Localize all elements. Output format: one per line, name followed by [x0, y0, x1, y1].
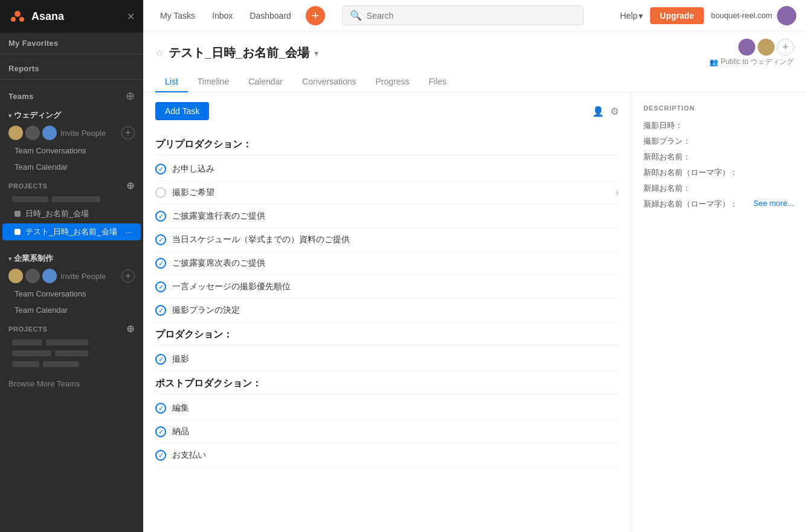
tab-files[interactable]: Files [419, 72, 457, 92]
ph-1 [12, 196, 48, 202]
project-members-area: + 👥 Public to ウェディング [709, 39, 794, 67]
user-avatar [777, 6, 796, 25]
tab-list[interactable]: List [155, 72, 188, 92]
project-dot-test [15, 229, 21, 235]
desc-label-2: 新郎お名前： [643, 152, 692, 162]
team-wedding[interactable]: ▾ ウェディング [0, 105, 143, 123]
user-menu[interactable]: bouquet-reel.com [711, 6, 796, 25]
see-more-link[interactable]: See more... [741, 199, 794, 210]
avatar-1 [8, 126, 23, 140]
tab-conversations[interactable]: Conversations [292, 72, 366, 92]
task-bar-icons: 👤 ⚙ [592, 106, 619, 117]
project-tabs: List Timeline Calendar Conversations Pro… [143, 72, 806, 92]
help-button[interactable]: Help ▾ [620, 11, 643, 21]
task-text-6: 一言メッセージの撮影優先順位 [172, 281, 619, 292]
task-row-1[interactable]: ✓ お申し込み [155, 158, 619, 181]
add-project-icon-2[interactable]: ⊕ [126, 323, 135, 335]
task-row-11[interactable]: ✓ お支払い [155, 444, 619, 467]
create-task-button[interactable]: + [306, 6, 325, 25]
task-check-10[interactable]: ✓ [155, 426, 166, 437]
team-conversations-1[interactable]: Team Conversations [0, 143, 143, 159]
asana-logo[interactable]: Asana [8, 7, 64, 25]
team-add-member-1[interactable]: + [121, 126, 135, 139]
upgrade-button[interactable]: Upgrade [650, 7, 704, 24]
add-project-icon-1[interactable]: ⊕ [126, 180, 135, 191]
desc-field-2: 新郎お名前： [643, 152, 794, 162]
search-input[interactable] [367, 11, 576, 21]
nav-my-tasks[interactable]: My Tasks [153, 7, 202, 24]
team-corporate-avatars: Invite People + [0, 266, 143, 286]
task-check-5[interactable]: ✓ [155, 258, 166, 269]
desc-label-0: 撮影日時： [643, 120, 692, 131]
avatar-2 [25, 126, 40, 140]
invite-people-1[interactable]: Invite People [60, 129, 106, 138]
project-item-venue[interactable]: 日時_お名前_会場 [2, 205, 141, 222]
add-team-icon[interactable]: ⊕ [126, 89, 135, 103]
browse-more-teams[interactable]: Browse More Teams [0, 370, 143, 398]
task-row-6[interactable]: ✓ 一言メッセージの撮影優先順位 [155, 275, 619, 299]
task-row-10[interactable]: ✓ 納品 [155, 420, 619, 444]
task-text-11: お支払い [172, 450, 619, 461]
section-production: プロダクション： [155, 322, 619, 345]
task-check-2[interactable] [155, 187, 166, 198]
corp-project-2[interactable] [0, 348, 143, 359]
project-header: ☆ テスト_日時_お名前_会場 ▾ + 👥 Public to ウェディング [143, 31, 806, 67]
corp-project-1[interactable] [0, 337, 143, 348]
task-row-8[interactable]: ✓ 撮影 [155, 348, 619, 371]
team-corporate[interactable]: ▾ 企業系制作 [0, 248, 143, 266]
task-text-10: 納品 [172, 426, 619, 437]
description-title: DESCRIPTION [643, 104, 794, 112]
task-row-7[interactable]: ✓ 撮影プランの決定 [155, 299, 619, 322]
task-row-9[interactable]: ✓ 編集 [155, 397, 619, 420]
task-area: Add Task 👤 ⚙ プリプロダクション： ✓ お申し込み 撮影ご希望 › … [143, 92, 806, 532]
task-check-4[interactable]: ✓ [155, 234, 166, 245]
project-title: テスト_日時_お名前_会場 [169, 45, 309, 61]
task-check-6[interactable]: ✓ [155, 281, 166, 292]
task-row-4[interactable]: ✓ 当日スケジュール（挙式までの）資料のご提供 [155, 228, 619, 252]
people-icon: 👥 [709, 58, 718, 66]
task-text-5: ご披露宴席次表のご提供 [172, 258, 619, 269]
project-item-test-venue[interactable]: テスト_日時_お名前_会場 ··· [2, 223, 141, 240]
member-avatar-2 [758, 39, 775, 56]
tab-progress[interactable]: Progress [366, 72, 419, 92]
close-icon[interactable]: ✕ [127, 11, 135, 22]
project-dropdown-icon[interactable]: ▾ [314, 48, 318, 58]
team-calendar-2[interactable]: Team Calendar [0, 302, 143, 318]
task-check-11[interactable]: ✓ [155, 450, 166, 461]
sidebar-item-teams[interactable]: Teams ⊕ [0, 83, 143, 105]
sidebar-item-my-favorites[interactable]: My Favorites [0, 33, 143, 50]
search-bar[interactable]: 🔍 [342, 5, 584, 25]
team-add-member-2[interactable]: + [121, 269, 135, 283]
task-check-1[interactable]: ✓ [155, 164, 166, 175]
favorite-icon[interactable]: ☆ [155, 47, 164, 59]
corp-project-3[interactable] [0, 359, 143, 370]
project-dots-icon[interactable]: ··· [125, 227, 132, 237]
sidebar-item-reports[interactable]: Reports [0, 58, 143, 75]
team-conversations-2[interactable]: Team Conversations [0, 286, 143, 302]
task-row-2[interactable]: 撮影ご希望 › [155, 181, 619, 205]
filter-icon[interactable]: ⚙ [610, 106, 619, 117]
project-item-blurred[interactable] [0, 194, 143, 205]
ph-3 [12, 339, 42, 345]
task-row-3[interactable]: ✓ ご披露宴進行表のご提供 [155, 205, 619, 228]
task-check-3[interactable]: ✓ [155, 211, 166, 222]
tab-timeline[interactable]: Timeline [188, 72, 239, 92]
task-check-8[interactable]: ✓ [155, 354, 166, 365]
task-check-7[interactable]: ✓ [155, 305, 166, 316]
task-check-9[interactable]: ✓ [155, 403, 166, 414]
ph-8 [43, 361, 79, 367]
task-text-4: 当日スケジュール（挙式までの）資料のご提供 [172, 234, 619, 245]
invite-people-2[interactable]: Invite People [60, 272, 106, 281]
team-corporate-label: 企業系制作 [14, 253, 53, 264]
team-calendar-1[interactable]: Team Calendar [0, 159, 143, 175]
add-task-button[interactable]: Add Task [155, 102, 209, 120]
add-member-button[interactable]: + [777, 39, 794, 56]
task-row-5[interactable]: ✓ ご披露宴席次表のご提供 [155, 252, 619, 275]
tab-calendar[interactable]: Calendar [239, 72, 292, 92]
app-name: Asana [31, 10, 64, 23]
project-title-area: ☆ テスト_日時_お名前_会場 ▾ [155, 45, 318, 61]
nav-inbox[interactable]: Inbox [205, 7, 240, 24]
nav-dashboard[interactable]: Dashboard [242, 7, 298, 24]
assign-icon[interactable]: 👤 [592, 106, 604, 117]
avatar-c2 [25, 269, 40, 283]
